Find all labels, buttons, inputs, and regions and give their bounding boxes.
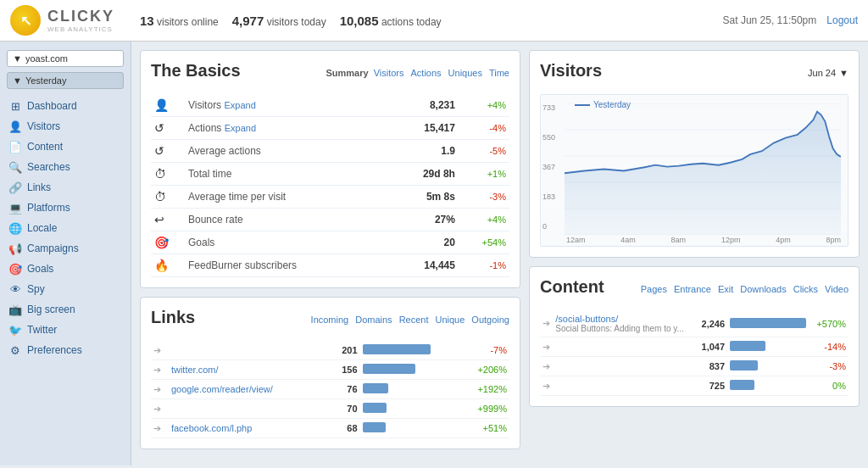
links-card: Links IncomingDomainsRecentUniqueOutgoin… — [140, 297, 520, 449]
link-url[interactable]: twitter.com/ — [171, 365, 219, 375]
content-row: ➔ 725 0% — [540, 376, 849, 396]
link-change: -7% — [461, 341, 509, 360]
basics-tab-actions[interactable]: Actions — [411, 68, 442, 78]
links-tab-unique[interactable]: Unique — [435, 315, 465, 325]
visitors-online-count: 13 — [140, 14, 154, 28]
content-row: ➔ 837 -3% — [540, 357, 849, 376]
content-change: 0% — [810, 376, 849, 396]
sidebar-item-campaigns[interactable]: 📢Campaigns — [0, 238, 131, 259]
basics-row-goals: 🎯 Goals 20 +54% — [151, 231, 509, 254]
link-arrow: ➔ — [151, 341, 169, 360]
content-header: Content PagesEntranceExitDownloadsClicks… — [540, 277, 849, 304]
sidebar-item-bigscreen[interactable]: 📺Big screen — [0, 299, 131, 320]
links-tab-domains[interactable]: Domains — [355, 315, 392, 325]
content-url[interactable]: /social-buttons/ — [555, 314, 618, 324]
chart-x-label: 8pm — [826, 236, 841, 244]
content-name — [553, 337, 689, 357]
content-tab-entrance[interactable]: Entrance — [674, 284, 711, 294]
sidebar-item-locale[interactable]: 🌐Locale — [0, 218, 131, 238]
links-icon: 🔗 — [8, 181, 22, 194]
site-selector[interactable]: ▼ yoast.com — [7, 50, 124, 67]
sidebar-item-visitors[interactable]: 👤Visitors — [0, 116, 131, 136]
chart-legend-label: Yesterday — [593, 100, 631, 109]
sidebar: ▼ yoast.com ▼ Yesterday ⊞Dashboard👤Visit… — [0, 42, 131, 465]
visitors-icon: 👤 — [151, 94, 185, 117]
bounce-name: Bounce rate — [185, 209, 375, 231]
avgactions-value: 1.9 — [375, 140, 459, 163]
sidebar-item-preferences[interactable]: ⚙Preferences — [0, 340, 131, 360]
main-content: The Basics Summary VisitorsActionsUnique… — [131, 42, 868, 465]
links-tab-outgoing[interactable]: Outgoing — [471, 315, 509, 325]
content-name — [553, 376, 689, 396]
sidebar-label-preferences: Preferences — [27, 344, 82, 356]
sidebar-item-dashboard[interactable]: ⊞Dashboard — [0, 96, 131, 116]
logout-button[interactable]: Logout — [826, 14, 858, 26]
content-desc: Social Buttons: Adding them to y... — [555, 324, 687, 333]
sidebar-item-twitter[interactable]: 🐦Twitter — [0, 320, 131, 340]
link-bar — [363, 403, 387, 413]
content-count: 2,246 — [689, 310, 727, 337]
basics-tab-time[interactable]: Time — [489, 68, 509, 78]
expand-visitors[interactable]: Expand — [224, 100, 255, 110]
chart-y-label: 183 — [542, 192, 555, 201]
chart-y-labels: 7335503671830 — [542, 103, 555, 231]
basics-tab-visitors[interactable]: Visitors — [374, 68, 404, 78]
content-tab-video[interactable]: Video — [825, 284, 849, 294]
content-tab-pages[interactable]: Pages — [641, 284, 667, 294]
link-name — [169, 399, 317, 419]
link-url[interactable]: google.com/reader/view/ — [171, 384, 273, 394]
sidebar-label-platforms: Platforms — [27, 202, 70, 214]
period-selector[interactable]: ▼ Yesterday — [7, 72, 124, 89]
chart-date-selector[interactable]: Jun 24 ▼ — [808, 68, 849, 78]
link-arrow: ➔ — [151, 419, 169, 438]
link-url[interactable]: facebook.com/l.php — [171, 423, 252, 433]
links-header: Links IncomingDomainsRecentUniqueOutgoin… — [151, 308, 509, 334]
links-tab-incoming[interactable]: Incoming — [311, 315, 349, 325]
content-arrow: ➔ — [540, 376, 553, 396]
header-stats: 13 visitors online 4,977 visitors today … — [114, 14, 723, 28]
sidebar-item-spy[interactable]: 👁Spy — [0, 279, 131, 299]
header-right: Sat Jun 25, 11:50pm Logout — [723, 14, 858, 26]
link-change: +999% — [461, 399, 509, 419]
content-tab-downloads[interactable]: Downloads — [740, 284, 786, 294]
bigscreen-icon: 📺 — [8, 303, 22, 316]
content-tab-exit[interactable]: Exit — [718, 284, 733, 294]
content-name: /social-buttons/Social Buttons: Adding t… — [553, 310, 689, 337]
sidebar-item-searches[interactable]: 🔍Searches — [0, 157, 131, 177]
sidebar-item-platforms[interactable]: 💻Platforms — [0, 198, 131, 218]
goals-value: 20 — [375, 231, 459, 254]
visitors-today-count: 4,977 — [232, 14, 264, 28]
actions-value: 15,417 — [375, 117, 459, 140]
avgactions-change: -5% — [459, 140, 509, 163]
expand-actions[interactable]: Expand — [225, 123, 256, 133]
content-count: 725 — [689, 376, 727, 396]
searches-icon: 🔍 — [8, 160, 22, 174]
content-arrow: ➔ — [540, 357, 553, 376]
sidebar-label-content: Content — [27, 141, 63, 153]
link-bar — [363, 422, 386, 432]
sidebar-item-goals[interactable]: 🎯Goals — [0, 259, 131, 279]
campaigns-icon: 📢 — [8, 242, 22, 255]
sidebar-item-links[interactable]: 🔗Links — [0, 177, 131, 198]
content-tab-clicks[interactable]: Clicks — [793, 284, 818, 294]
avgtime-value: 5m 8s — [375, 186, 459, 209]
visitors-chart-svg — [565, 103, 841, 235]
sidebar-item-content[interactable]: 📄Content — [0, 136, 131, 157]
basics-tab-uniques[interactable]: Uniques — [448, 68, 482, 78]
sidebar-label-links: Links — [27, 181, 51, 193]
chart-date-label: Jun 24 — [808, 68, 836, 78]
links-row: ➔ twitter.com/ 156 +206% — [151, 360, 509, 380]
platforms-icon: 💻 — [8, 201, 22, 214]
feedburner-change: -1% — [459, 254, 509, 277]
chart-y-label: 0 — [542, 222, 555, 231]
goals-icon: 🎯 — [8, 262, 22, 276]
bounce-icon: ↩ — [151, 209, 185, 231]
links-tab-recent[interactable]: Recent — [399, 315, 429, 325]
basics-row-visitors: 👤 Visitors Expand 8,231 +4% — [151, 94, 509, 117]
link-name: twitter.com/ — [169, 360, 317, 380]
link-bar-cell — [360, 380, 462, 399]
link-arrow: ➔ — [151, 360, 169, 380]
avgactions-name: Average actions — [185, 140, 375, 163]
feedburner-icon: 🔥 — [151, 254, 185, 277]
feedburner-value: 14,445 — [375, 254, 459, 277]
